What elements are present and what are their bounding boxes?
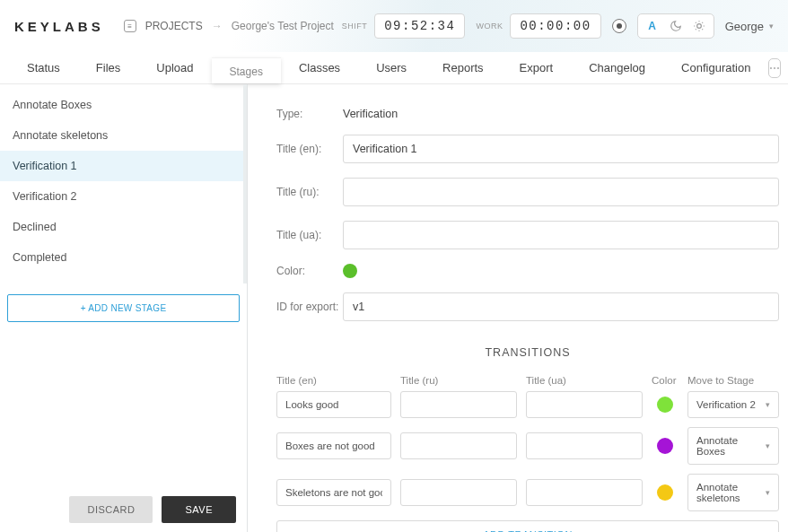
transition-title-en-input[interactable] — [276, 479, 391, 506]
breadcrumb: ≡ PROJECTS → George's Test Project — [124, 20, 334, 32]
transition-title-ru-input[interactable] — [400, 432, 517, 459]
tab-export[interactable]: Export — [502, 52, 572, 83]
stage-item-verification-2[interactable]: Verification 2 — [0, 181, 243, 212]
tab-upload[interactable]: Upload — [138, 52, 211, 83]
th-title-ru: Title (ru) — [400, 375, 517, 386]
stage-item-annotate-skeletons[interactable]: Annotate skeletons — [0, 120, 243, 151]
theme-switcher: A — [637, 13, 714, 39]
user-menu[interactable]: George ▾ — [725, 20, 774, 33]
stage-item-annotate-boxes[interactable]: Annotate Boxes — [0, 90, 243, 120]
svg-point-0 — [696, 24, 701, 29]
transitions-title: TRANSITIONS — [276, 346, 779, 359]
transition-row: Annotate Boxes▾ — [276, 427, 779, 465]
tab-configuration[interactable]: Configuration — [663, 52, 768, 83]
chevron-down-icon: ▾ — [766, 488, 770, 497]
transition-title-ua-input[interactable] — [526, 391, 643, 418]
transition-title-ru-input[interactable] — [400, 479, 517, 506]
add-transition-button[interactable]: ADD TRANSITION — [276, 520, 779, 532]
record-dot-icon — [617, 23, 622, 29]
shift-label: SHIFT — [342, 22, 368, 31]
transition-stage-select[interactable]: Annotate skeletons▾ — [687, 474, 779, 511]
chevron-down-icon: ▾ — [766, 400, 770, 409]
th-move-stage: Move to Stage — [687, 375, 779, 386]
main-tabs: Status Files Upload Stages Classes Users… — [0, 52, 788, 84]
tab-files[interactable]: Files — [78, 52, 138, 83]
stage-item-verification-1[interactable]: Verification 1 — [0, 151, 243, 181]
transition-stage-select[interactable]: Annotate Boxes▾ — [687, 427, 779, 465]
stages-sidebar: Annotate Boxes Annotate skeletons Verifi… — [0, 84, 248, 532]
save-button[interactable]: SAVE — [162, 496, 236, 523]
type-label: Type: — [276, 108, 343, 120]
stage-item-completed[interactable]: Completed — [0, 242, 243, 273]
th-title-en: Title (en) — [276, 375, 391, 386]
user-name: George — [725, 20, 764, 33]
th-title-ua: Title (ua) — [526, 375, 643, 386]
color-label: Color: — [276, 265, 343, 277]
chevron-down-icon: ▾ — [766, 441, 770, 450]
discard-button[interactable]: DISCARD — [69, 496, 153, 523]
title-ru-input[interactable] — [343, 178, 779, 206]
stage-form: Type: Verification Title (en): Title (ru… — [248, 84, 788, 532]
export-id-label: ID for export: — [276, 301, 343, 313]
transitions-header: Title (en) Title (ru) Title (ua) Color M… — [276, 375, 779, 391]
title-ua-label: Title (ua): — [276, 229, 343, 241]
add-stage-button[interactable]: + ADD NEW STAGE — [7, 294, 240, 322]
projects-icon[interactable]: ≡ — [124, 20, 136, 32]
tab-changelog[interactable]: Changelog — [571, 52, 663, 83]
transition-row: Verification 2▾ — [276, 391, 779, 418]
color-swatch[interactable] — [343, 264, 357, 278]
tab-classes[interactable]: Classes — [281, 52, 358, 83]
record-button[interactable] — [612, 19, 626, 33]
transition-row: Annotate skeletons▾ — [276, 474, 779, 511]
transition-title-ru-input[interactable] — [400, 391, 517, 418]
transition-color-swatch[interactable] — [657, 397, 673, 413]
transition-title-en-input[interactable] — [276, 391, 391, 418]
title-en-input[interactable] — [343, 135, 779, 163]
breadcrumb-project-name[interactable]: George's Test Project — [232, 20, 334, 32]
sun-icon[interactable] — [692, 19, 706, 33]
breadcrumb-projects[interactable]: PROJECTS — [145, 20, 203, 32]
stage-item-declined[interactable]: Declined — [0, 212, 243, 242]
transition-title-ua-input[interactable] — [526, 479, 643, 506]
shift-timer: 09:52:34 — [374, 13, 465, 39]
title-ru-label: Title (ru): — [276, 186, 343, 198]
transition-title-en-input[interactable] — [276, 432, 391, 459]
tabs-more-button[interactable]: ⋯ — [768, 58, 781, 78]
title-en-label: Title (en): — [276, 143, 343, 155]
transition-color-swatch[interactable] — [657, 484, 673, 501]
transition-color-swatch[interactable] — [657, 438, 673, 454]
work-timer: 00:00:00 — [510, 13, 600, 39]
moon-icon[interactable] — [669, 19, 683, 33]
tab-stages[interactable]: Stages — [212, 57, 281, 83]
chevron-down-icon: ▾ — [769, 22, 774, 31]
tab-users[interactable]: Users — [358, 52, 425, 83]
tab-reports[interactable]: Reports — [425, 52, 502, 83]
type-value: Verification — [343, 108, 398, 120]
title-ua-input[interactable] — [343, 221, 779, 249]
th-color: Color — [652, 375, 679, 386]
tab-status[interactable]: Status — [9, 52, 78, 83]
export-id-input[interactable] — [343, 292, 779, 321]
chevron-right-icon: → — [212, 20, 223, 32]
app-logo: KEYLABS — [14, 19, 104, 34]
transition-title-ua-input[interactable] — [526, 432, 643, 459]
transition-stage-select[interactable]: Verification 2▾ — [687, 391, 779, 418]
theme-auto[interactable]: A — [645, 19, 660, 33]
work-label: WORK — [476, 22, 503, 31]
